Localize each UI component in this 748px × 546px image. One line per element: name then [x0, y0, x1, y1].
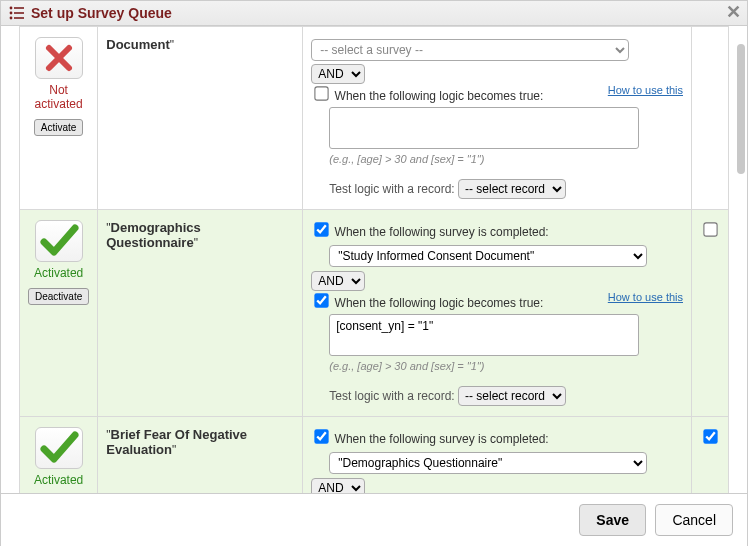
- status-label: Activated: [28, 266, 89, 280]
- logic-checkbox[interactable]: [315, 86, 329, 100]
- dialog-footer: Save Cancel: [1, 493, 747, 546]
- survey-name: Demographics Questionnaire: [106, 220, 201, 250]
- status-x-icon: [35, 37, 83, 79]
- cancel-button[interactable]: Cancel: [655, 504, 733, 536]
- survey-complete-label: When the following survey is completed:: [335, 225, 549, 239]
- logic-textarea[interactable]: [consent_yn] = "1": [329, 314, 639, 356]
- dialog-title: Set up Survey Queue: [31, 5, 172, 21]
- how-to-use-link[interactable]: How to use this: [608, 84, 683, 96]
- logic-hint: (e.g., [age] > 30 and [sex] = "1"): [329, 153, 683, 165]
- survey-name: Document: [106, 37, 170, 52]
- survey-select[interactable]: "Study Informed Consent Document": [329, 245, 647, 267]
- save-button[interactable]: Save: [579, 504, 646, 536]
- survey-complete-checkbox[interactable]: [315, 429, 329, 443]
- test-logic-row: Test logic with a record: -- select reco…: [329, 179, 683, 199]
- survey-name: Brief Fear Of Negative Evaluation: [106, 427, 247, 457]
- andor-select[interactable]: AND: [311, 478, 365, 493]
- svg-point-4: [10, 12, 13, 15]
- logic-hint: (e.g., [age] > 30 and [sex] = "1"): [329, 360, 683, 372]
- dialog-header: Set up Survey Queue ✕: [1, 1, 747, 26]
- andor-select[interactable]: AND: [311, 271, 365, 291]
- close-icon[interactable]: ✕: [722, 3, 745, 21]
- record-select[interactable]: -- select record --: [458, 179, 566, 199]
- queue-row: Notactivated Activate Document" -- selec…: [20, 27, 729, 210]
- test-logic-row: Test logic with a record: -- select reco…: [329, 386, 683, 406]
- status-label: Notactivated: [28, 83, 89, 111]
- row-enable-checkbox[interactable]: [703, 429, 717, 443]
- queue-row: Activated Deactivate "Brief Fear Of Nega…: [20, 417, 729, 494]
- status-check-icon: [35, 427, 83, 469]
- logic-label: When the following logic becomes true:: [335, 89, 544, 103]
- logic-label: When the following logic becomes true:: [335, 296, 544, 310]
- record-select[interactable]: -- select record --: [458, 386, 566, 406]
- status-label: Activated: [28, 473, 89, 487]
- svg-point-3: [10, 7, 13, 10]
- status-check-icon: [35, 220, 83, 262]
- survey-select[interactable]: "Demographics Questionnaire": [329, 452, 647, 474]
- list-icon: [9, 6, 25, 20]
- survey-select[interactable]: -- select a survey --: [311, 39, 629, 61]
- survey-complete-checkbox[interactable]: [315, 222, 329, 236]
- svg-point-5: [10, 17, 13, 20]
- deactivate-button[interactable]: Deactivate: [28, 288, 89, 305]
- how-to-use-link[interactable]: How to use this: [608, 291, 683, 303]
- survey-complete-label: When the following survey is completed:: [335, 432, 549, 446]
- queue-row: Activated Deactivate "Demographics Quest…: [20, 210, 729, 417]
- logic-textarea[interactable]: [329, 107, 639, 149]
- scrollbar[interactable]: [737, 44, 745, 174]
- activate-button[interactable]: Activate: [34, 119, 84, 136]
- row-enable-checkbox[interactable]: [703, 222, 717, 236]
- andor-select[interactable]: AND: [311, 64, 365, 84]
- logic-checkbox[interactable]: [315, 293, 329, 307]
